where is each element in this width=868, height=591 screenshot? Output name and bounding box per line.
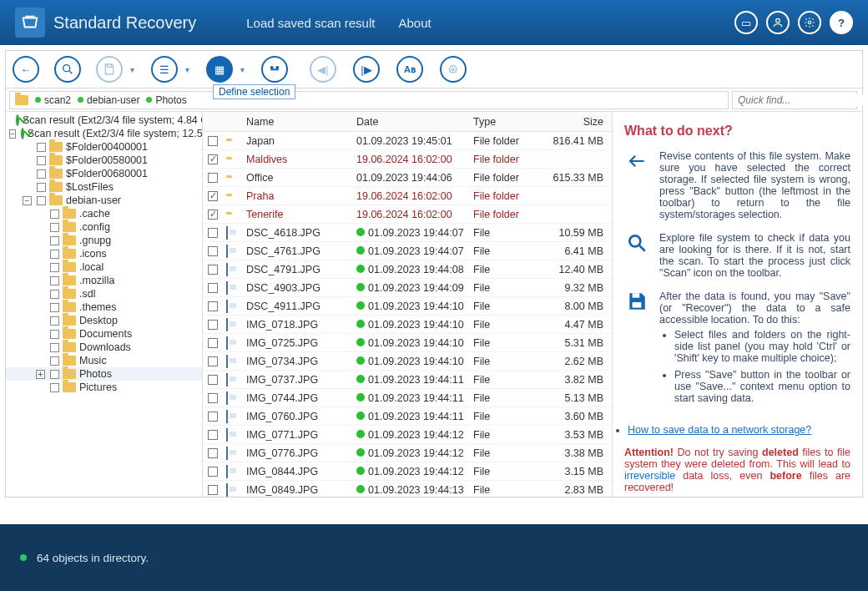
expander[interactable]: + (36, 370, 45, 379)
row-checkbox[interactable] (208, 356, 218, 366)
tree-folder[interactable]: .sdl (79, 288, 95, 300)
tree-checkbox[interactable] (50, 330, 59, 339)
row-checkbox[interactable] (208, 485, 218, 495)
tree-checkbox[interactable] (37, 196, 46, 205)
file-row[interactable]: DSC_4911.JPG01.09.2023 19:44:10File8.00 … (203, 297, 612, 316)
file-row[interactable]: ✓Maldives19.06.2024 16:02:00File folder (203, 150, 612, 169)
prev-button[interactable]: ◀| (310, 56, 336, 83)
row-checkbox[interactable] (208, 338, 218, 348)
find-button[interactable] (261, 56, 288, 83)
row-checkbox[interactable] (208, 375, 218, 385)
case-button[interactable]: Aʙ (396, 56, 423, 83)
next-button[interactable]: |▶ (353, 56, 380, 83)
tree-folder[interactable]: Desktop (79, 315, 118, 326)
crumb-user[interactable]: debian-user (78, 94, 139, 106)
col-type[interactable]: Type (473, 116, 540, 128)
tree-folder[interactable]: .themes (79, 301, 116, 313)
file-row[interactable]: DSC_4761.JPG01.09.2023 19:44:07File6.41 … (203, 242, 612, 260)
folder-tree[interactable]: Scan result (Ext2/3/4 file system; 4.84 … (6, 112, 203, 497)
tree-checkbox[interactable] (37, 169, 46, 179)
row-checkbox[interactable] (208, 301, 218, 311)
file-row[interactable]: IMG_0844.JPG01.09.2023 19:44:12File3.15 … (203, 462, 612, 481)
tree-checkbox[interactable] (50, 343, 59, 352)
row-checkbox[interactable] (208, 320, 218, 330)
tree-checkbox[interactable] (50, 356, 59, 366)
license-icon[interactable]: ▭ (734, 11, 758, 34)
user-icon[interactable] (766, 11, 790, 34)
row-checkbox[interactable]: ✓ (208, 210, 218, 220)
row-checkbox[interactable] (208, 283, 218, 293)
row-checkbox[interactable] (208, 467, 218, 477)
row-checkbox[interactable] (208, 448, 218, 458)
file-row[interactable]: IMG_0734.JPG01.09.2023 19:44:10File2.62 … (203, 352, 612, 371)
col-name[interactable]: Name (246, 116, 356, 128)
file-row[interactable]: IMG_0771.JPG01.09.2023 19:44:12File3.53 … (203, 426, 612, 444)
tree-folder[interactable]: Documents (79, 328, 132, 340)
tree-folder[interactable]: .icons (79, 248, 107, 260)
tree-folder[interactable]: $LostFiles (66, 181, 114, 193)
tree-checkbox[interactable] (50, 370, 59, 379)
row-checkbox[interactable] (208, 430, 218, 440)
tree-folder[interactable]: $Folder00400001 (66, 141, 148, 153)
file-row[interactable]: DSC_4618.JPG01.09.2023 19:44:07File10.59… (203, 224, 612, 242)
list-view-dropdown[interactable]: ▾ (183, 65, 191, 74)
tree-checkbox[interactable] (50, 303, 59, 312)
save-dropdown[interactable]: ▾ (128, 65, 136, 74)
row-checkbox[interactable] (208, 246, 218, 256)
tree-checkbox[interactable] (37, 183, 46, 192)
tree-folder[interactable]: Pictures (79, 381, 117, 393)
file-row[interactable]: IMG_0725.JPG01.09.2023 19:44:10File5.31 … (203, 334, 612, 352)
scan-button[interactable] (54, 56, 81, 83)
tree-checkbox[interactable] (37, 143, 46, 152)
expander[interactable]: − (9, 129, 16, 139)
file-row[interactable]: IMG_0744.JPG01.09.2023 19:44:11File5.13 … (203, 389, 612, 407)
tree-checkbox[interactable] (50, 236, 59, 245)
save-button[interactable] (96, 56, 123, 83)
tree-scan1[interactable]: Scan result (Ext2/3/4 file system; 4.84 … (23, 114, 203, 126)
file-row[interactable]: IMG_0737.JPG01.09.2023 19:44:11File3.82 … (203, 371, 612, 389)
tree-checkbox[interactable] (50, 290, 59, 299)
tree-checkbox[interactable] (50, 276, 59, 285)
back-button[interactable]: ← (13, 56, 39, 83)
tree-folder[interactable]: Music (79, 355, 107, 366)
tree-checkbox[interactable] (50, 263, 59, 272)
tree-checkbox[interactable] (50, 250, 59, 259)
row-checkbox[interactable] (208, 136, 218, 146)
row-checkbox[interactable] (208, 393, 218, 403)
file-row[interactable]: ✓Tenerife19.06.2024 16:02:00File folder (203, 205, 612, 224)
define-selection-button[interactable]: ▦ (206, 56, 233, 83)
tree-folder[interactable]: .local (79, 261, 103, 273)
file-row[interactable]: ✓Praha19.06.2024 16:02:00File folder (203, 187, 612, 205)
row-checkbox[interactable]: ✓ (208, 154, 218, 164)
file-row[interactable]: Japan01.09.2023 19:45:01File folder816.4… (203, 132, 612, 150)
crumb-photos[interactable]: Photos (146, 94, 186, 106)
file-row[interactable]: IMG_0760.JPG01.09.2023 19:44:11File3.60 … (203, 407, 612, 426)
crumb-scan2[interactable]: scan2 (35, 94, 71, 106)
row-checkbox[interactable] (208, 173, 218, 183)
file-row[interactable]: DSC_4903.JPG01.09.2023 19:44:09File9.32 … (203, 279, 612, 297)
tree-folder[interactable]: Downloads (79, 341, 131, 353)
breadcrumb[interactable]: scan2 debian-user Photos (9, 91, 729, 109)
file-row[interactable]: IMG_0718.JPG01.09.2023 19:44:10File4.47 … (203, 316, 612, 334)
file-rows[interactable]: Japan01.09.2023 19:45:01File folder816.4… (203, 132, 612, 497)
tree-folder[interactable]: .config (79, 221, 110, 233)
tree-debian-user[interactable]: debian-user (66, 194, 121, 206)
row-checkbox[interactable] (208, 265, 218, 275)
tree-folder[interactable]: $Folder00680001 (66, 168, 148, 179)
file-list-header[interactable]: Name Date Type Size (203, 112, 612, 132)
row-checkbox[interactable] (208, 228, 218, 238)
expander[interactable]: − (23, 196, 32, 205)
tree-folder[interactable]: .mozilla (79, 275, 114, 286)
tree-checkbox[interactable] (50, 316, 59, 326)
whole-word-button[interactable]: ⦾ (440, 56, 467, 83)
tree-checkbox[interactable] (37, 156, 46, 165)
tree-scan2[interactable]: Scan result (Ext2/3/4 file system; 12.53 (28, 128, 203, 139)
tree-checkbox[interactable] (50, 223, 59, 232)
quick-find-input[interactable] (733, 94, 868, 106)
load-saved-link[interactable]: Load saved scan result (246, 16, 375, 30)
tree-checkbox[interactable] (50, 210, 59, 219)
col-size[interactable]: Size (540, 116, 612, 128)
tree-folder[interactable]: .gnupg (79, 235, 111, 246)
tree-folder[interactable]: $Folder00580001 (66, 154, 148, 166)
help-icon[interactable]: ? (830, 11, 853, 34)
